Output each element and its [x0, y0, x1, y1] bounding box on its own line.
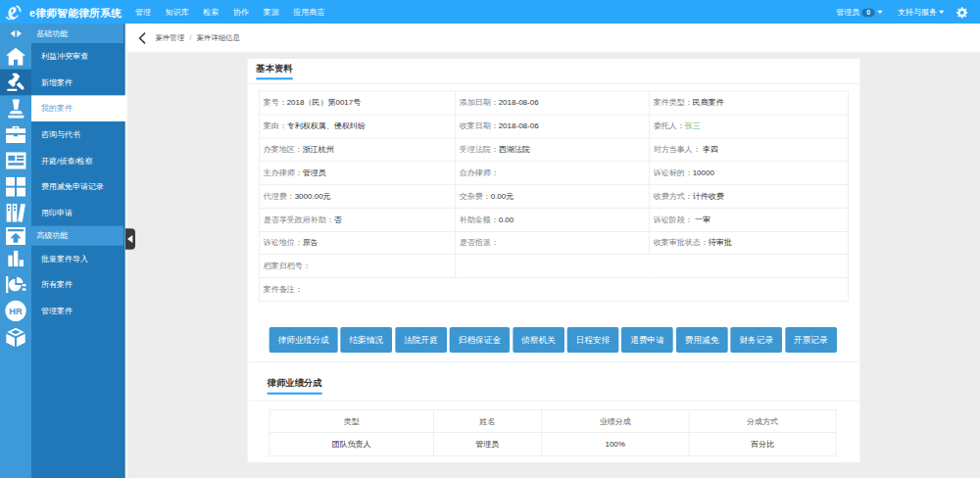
svg-text:HR: HR [9, 307, 23, 316]
